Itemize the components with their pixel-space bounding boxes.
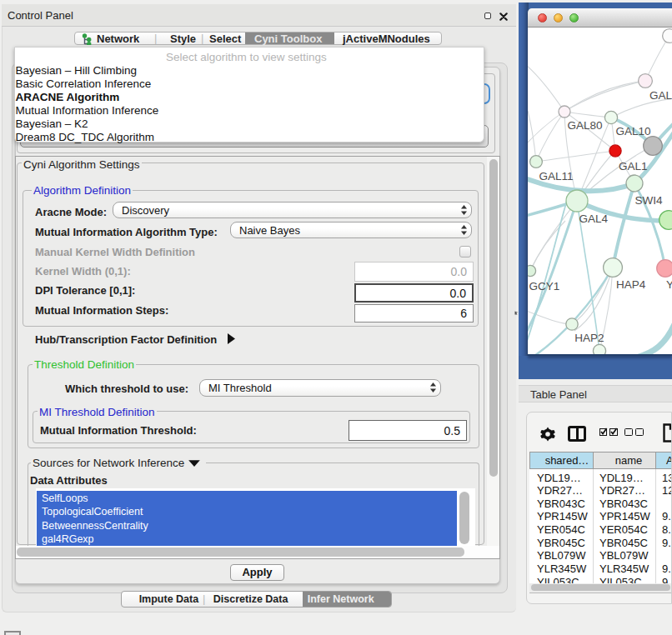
svg-text:GAL80: GAL80 — [567, 119, 602, 132]
svg-text:HAP2: HAP2 — [574, 332, 604, 344]
svg-text:SWI4: SWI4 — [635, 194, 663, 207]
svg-text:Y: Y — [666, 278, 672, 291]
svg-text:GAL10: GAL10 — [615, 125, 650, 138]
svg-text:GAL11: GAL11 — [539, 170, 574, 182]
svg-text:GCY1: GCY1 — [529, 280, 560, 292]
svg-text:GAL7: GAL7 — [649, 89, 672, 102]
svg-text:GAL1: GAL1 — [619, 160, 648, 172]
svg-text:HAP4: HAP4 — [616, 278, 646, 291]
svg-text:GAL4: GAL4 — [579, 212, 609, 225]
